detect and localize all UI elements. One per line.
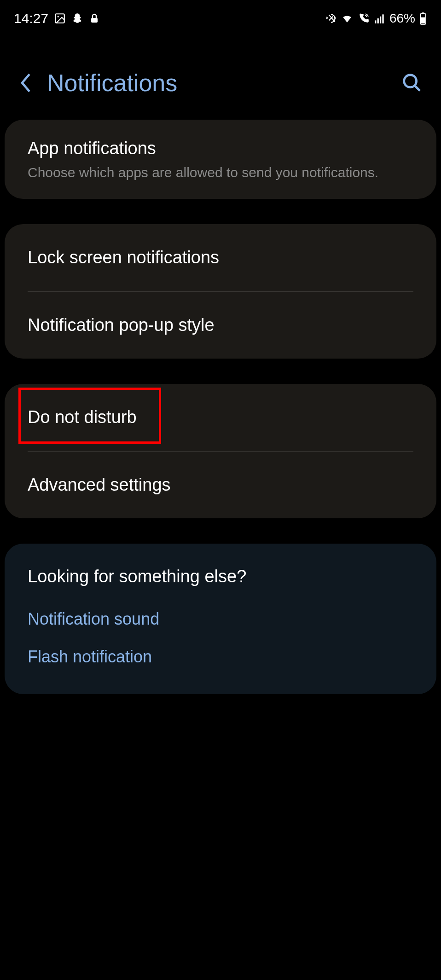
svg-rect-4 <box>377 18 379 23</box>
notification-sound-link[interactable]: Notification sound <box>28 609 413 629</box>
lock-icon <box>89 12 100 24</box>
svg-rect-9 <box>421 17 425 23</box>
looking-for-card: Looking for something else? Notification… <box>5 544 436 694</box>
status-bar: 14:27 66% <box>0 0 441 37</box>
status-time: 14:27 <box>14 11 48 26</box>
page-header: Notifications <box>0 37 441 120</box>
looking-for-heading: Looking for something else? <box>28 567 413 586</box>
svg-rect-8 <box>422 12 424 13</box>
snapchat-icon <box>71 12 83 24</box>
battery-percent: 66% <box>389 11 415 26</box>
advanced-settings-title: Advanced settings <box>28 474 413 496</box>
app-notifications-card: App notifications Choose which apps are … <box>5 120 436 199</box>
advanced-settings-item[interactable]: Advanced settings <box>5 452 436 518</box>
svg-rect-2 <box>91 18 98 23</box>
lock-screen-notifications-item[interactable]: Lock screen notifications <box>5 224 436 291</box>
svg-point-10 <box>404 75 417 87</box>
page-title: Notifications <box>47 69 388 97</box>
app-notifications-item[interactable]: App notifications Choose which apps are … <box>5 120 436 199</box>
image-icon <box>54 12 66 24</box>
do-not-disturb-title: Do not disturb <box>28 406 413 429</box>
vibrate-icon <box>325 12 337 24</box>
wifi-icon <box>341 12 354 24</box>
do-not-disturb-item[interactable]: Do not disturb <box>5 384 436 451</box>
status-bar-right: 66% <box>325 11 427 26</box>
back-button[interactable] <box>18 72 33 94</box>
wifi-calling-icon <box>357 12 370 24</box>
notification-popup-style-item[interactable]: Notification pop-up style <box>5 292 436 359</box>
lock-screen-title: Lock screen notifications <box>28 246 413 269</box>
app-notifications-subtitle: Choose which apps are allowed to send yo… <box>28 163 413 181</box>
svg-rect-6 <box>382 14 383 23</box>
search-button[interactable] <box>401 72 423 93</box>
flash-notification-link[interactable]: Flash notification <box>28 647 413 667</box>
status-bar-left: 14:27 <box>14 11 100 26</box>
svg-rect-5 <box>380 17 381 23</box>
screen-style-card: Lock screen notifications Notification p… <box>5 224 436 359</box>
svg-rect-3 <box>375 20 376 23</box>
dnd-advanced-card: Do not disturb Advanced settings <box>5 384 436 518</box>
signal-icon <box>374 12 386 24</box>
svg-point-1 <box>58 16 59 17</box>
popup-style-title: Notification pop-up style <box>28 314 413 336</box>
battery-icon <box>419 12 427 25</box>
app-notifications-title: App notifications <box>28 137 413 160</box>
